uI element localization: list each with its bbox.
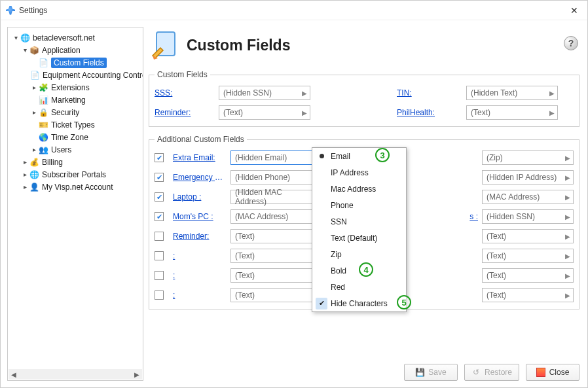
dropdown-arrow-icon: ▶ — [565, 174, 570, 181]
field-enable-checkbox[interactable] — [155, 251, 164, 260]
field-type-dropdown[interactable]: (MAC Address)▶ — [230, 209, 322, 224]
field-type-dropdown[interactable]: (Hidden IP Address)▶ — [482, 170, 574, 185]
field-label-link[interactable]: : — [173, 291, 227, 300]
dropdown-arrow-icon: ▶ — [565, 253, 570, 260]
tree-twisty-icon[interactable]: ▾ — [12, 34, 20, 41]
field-label-link[interactable]: s : — [413, 212, 478, 221]
sidebar-scrollbar[interactable]: ◀ ▶ — [9, 369, 142, 379]
field-type-dropdown[interactable]: (Text)▶ — [219, 105, 310, 120]
scroll-left-icon[interactable]: ◀ — [9, 369, 19, 379]
tree-twisty-icon[interactable]: ▸ — [30, 109, 38, 116]
tree-node-label: My Visp.net Account — [42, 183, 113, 192]
tree-item[interactable]: ▸🔒Security — [9, 106, 141, 118]
tree-node-icon: 🌐 — [20, 33, 30, 43]
tree-item[interactable]: ▾🌐betacleversoft.net — [9, 31, 141, 44]
field-type-dropdown[interactable]: (Hidden SSN)▶ — [219, 86, 310, 100]
window-close-button[interactable]: ✕ — [566, 5, 582, 16]
field-label-link[interactable]: Reminder: — [173, 232, 227, 241]
tree-twisty-icon[interactable]: ▸ — [30, 84, 38, 91]
dropdown-arrow-icon: ▶ — [565, 213, 570, 220]
window-title: Settings — [19, 6, 47, 15]
close-button[interactable]: Close — [526, 364, 579, 381]
field-type-dropdown[interactable]: (Text)▶ — [230, 288, 322, 302]
tree-twisty-icon[interactable]: ▸ — [21, 158, 29, 166]
tree-item[interactable]: 📄Custom Fields — [9, 56, 141, 69]
tree-item[interactable]: ▾📦Application — [9, 44, 141, 56]
field-type-dropdown[interactable]: (Text)▶ — [482, 268, 574, 283]
field-type-dropdown[interactable]: (Text)▶ — [230, 249, 322, 263]
field-type-dropdown[interactable]: (Text)▶ — [482, 229, 574, 243]
field-label-link[interactable]: TIN: — [397, 88, 462, 97]
tree-item[interactable]: 🌎Time Zone — [9, 131, 141, 143]
field-type-dropdown[interactable]: (Text)▶ — [482, 249, 574, 263]
tree-item[interactable]: 📊Marketing — [9, 94, 141, 106]
tree-item[interactable]: ▸👤My Visp.net Account — [9, 181, 141, 193]
restore-button[interactable]: ↺ Restore — [464, 364, 519, 381]
dropdown-arrow-icon: ▶ — [549, 109, 555, 116]
tree-node-label: Subscriber Portals — [42, 170, 106, 179]
menu-item-label: Phone — [331, 201, 354, 210]
tree-item[interactable]: ▸👥Users — [9, 143, 141, 156]
help-icon[interactable]: ? — [564, 36, 578, 50]
dropdown-arrow-icon: ▶ — [565, 154, 570, 162]
field-label-link[interactable]: Mom's PC : — [173, 212, 227, 221]
field-label-link[interactable]: Reminder: — [155, 108, 215, 117]
field-type-dropdown[interactable]: (Hidden Text)▶ — [466, 86, 558, 100]
menu-item[interactable]: Email — [312, 148, 406, 164]
tree-item[interactable]: 📄Equipment Accounting Contro — [9, 69, 141, 81]
save-button[interactable]: 💾 Save — [404, 364, 458, 381]
close-label: Close — [549, 368, 570, 377]
tree-twisty-icon[interactable]: ▸ — [30, 146, 38, 153]
menu-item[interactable]: Text (Default) — [312, 230, 406, 246]
field-enable-checkbox[interactable] — [155, 232, 164, 241]
scroll-right-icon[interactable]: ▶ — [132, 369, 142, 379]
field-type-dropdown[interactable]: (MAC Address)▶ — [482, 190, 574, 204]
menu-item[interactable]: IP Address — [312, 164, 406, 181]
menu-item-label: Mac Address — [331, 185, 376, 194]
menu-item[interactable]: Bold — [312, 262, 406, 279]
save-label: Save — [428, 368, 446, 377]
menu-item[interactable]: Phone — [312, 197, 406, 213]
field-type-dropdown[interactable]: (Zip)▶ — [482, 150, 574, 165]
field-type-dropdown[interactable]: (Hidden SSN)▶ — [482, 209, 574, 224]
field-enable-checkbox[interactable] — [155, 291, 164, 300]
field-label-link[interactable]: PhilHealth: — [397, 108, 462, 117]
page-header: Custom Fields — [149, 26, 579, 65]
tree-node-label: Custom Fields — [51, 58, 107, 68]
additional-custom-fields-group: Additional Custom Fields ✔Extra Email:(H… — [149, 135, 579, 309]
field-type-dropdown[interactable]: (Hidden MAC Address)▶ — [230, 190, 322, 204]
tree-item[interactable]: ▸💰Billing — [9, 156, 141, 168]
field-enable-checkbox[interactable]: ✔ — [155, 173, 164, 182]
field-type-dropdown[interactable]: (Text)▶ — [466, 105, 558, 120]
tree-item[interactable]: ▸🧩Extensions — [9, 81, 141, 94]
menu-item[interactable]: Red — [312, 279, 406, 295]
field-label-link[interactable]: : — [173, 271, 227, 280]
field-type-dropdown[interactable]: (Text)▶ — [482, 288, 574, 302]
field-label-link[interactable]: Laptop : — [173, 192, 227, 202]
field-label-link[interactable]: Emergency Ph.. — [173, 173, 227, 182]
field-type-menu[interactable]: EmailIP AddressMac AddressPhoneSSNText (… — [312, 147, 407, 312]
field-enable-checkbox[interactable]: ✔ — [155, 192, 164, 202]
field-type-dropdown[interactable]: (Hidden Phone)▶ — [230, 170, 322, 185]
menu-item-label: Hide Characters — [331, 299, 388, 308]
menu-item[interactable]: SSN — [312, 213, 406, 230]
tree-item[interactable]: 🎫Ticket Types — [9, 118, 141, 131]
settings-tree[interactable]: ▾🌐betacleversoft.net▾📦Application📄Custom… — [7, 27, 143, 381]
field-enable-checkbox[interactable] — [155, 271, 164, 280]
menu-item[interactable]: Mac Address — [312, 181, 406, 197]
field-label-link[interactable]: Extra Email: — [173, 153, 227, 162]
tree-item[interactable]: ▸🌐Subscriber Portals — [9, 168, 141, 181]
menu-item[interactable]: ✔Hide Characters — [312, 295, 406, 311]
field-enable-checkbox[interactable]: ✔ — [155, 212, 164, 221]
menu-item[interactable]: Zip — [312, 246, 406, 262]
tree-twisty-icon[interactable]: ▸ — [21, 171, 29, 178]
field-type-dropdown[interactable]: (Text)▶ — [230, 229, 322, 243]
tree-twisty-icon[interactable]: ▸ — [21, 183, 29, 190]
field-type-dropdown[interactable]: (Text)▶ — [230, 268, 322, 283]
field-type-dropdown[interactable]: (Hidden Email)▶ — [230, 150, 322, 165]
tree-node-icon: 📦 — [29, 45, 39, 56]
field-label-link[interactable]: SSS: — [155, 88, 215, 97]
field-label-link[interactable]: : — [173, 251, 227, 260]
tree-twisty-icon[interactable]: ▾ — [21, 46, 29, 54]
field-enable-checkbox[interactable]: ✔ — [155, 153, 164, 162]
